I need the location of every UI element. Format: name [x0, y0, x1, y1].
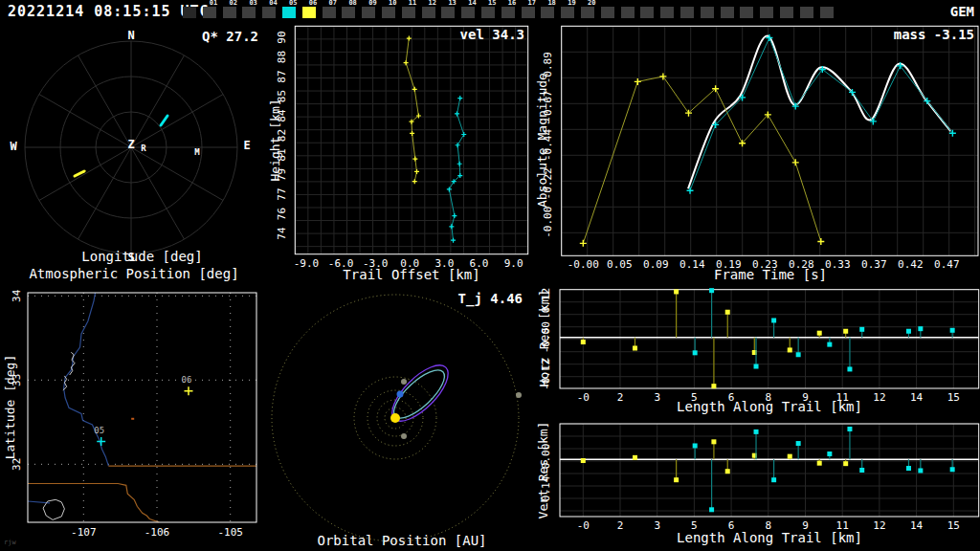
- frame-box-label: 15: [488, 0, 496, 7]
- frame-box-label: 19: [568, 0, 575, 7]
- camera-cyan-residual: [771, 477, 776, 482]
- camera-yellow-residual: [711, 384, 716, 388]
- frame-box-18[interactable]: [541, 7, 554, 18]
- frame-box-03[interactable]: [242, 7, 256, 18]
- svg-text:34: 34: [11, 289, 23, 302]
- watermark: rjw: [4, 539, 16, 546]
- camera-yellow-residual: [581, 458, 586, 463]
- camera-yellow-residual: [788, 347, 792, 352]
- frame-box-09[interactable]: [362, 7, 375, 18]
- mass-value: mass -3.15: [894, 27, 974, 42]
- svg-text:W: W: [10, 140, 17, 153]
- frame-box[interactable]: [800, 7, 813, 18]
- vert-res-panel: -023568911121415-0.00-0.14 Length Along …: [536, 417, 980, 551]
- frame-box-02[interactable]: [223, 7, 236, 18]
- frame-box-13[interactable]: [441, 7, 455, 18]
- frame-box[interactable]: [660, 7, 674, 18]
- orbital-panel: T_j 4.46 Orbital Position [AU]: [268, 283, 536, 551]
- frame-box-label: 17: [528, 0, 536, 7]
- frame-box-07[interactable]: [323, 7, 336, 18]
- frame-box-20[interactable]: [581, 7, 594, 18]
- camera-cyan-residual: [771, 318, 776, 322]
- frame-box[interactable]: [680, 7, 694, 18]
- frame-box-label: 18: [547, 0, 555, 7]
- sun: [390, 413, 400, 423]
- camera-yellow-residual: [843, 329, 848, 334]
- camera-yellow-residual: [725, 310, 730, 315]
- frame-box[interactable]: [701, 7, 714, 18]
- frame-box-label: 16: [508, 0, 516, 7]
- frame-box-12[interactable]: [422, 7, 435, 18]
- camera-yellow-residual: [674, 289, 679, 294]
- camera-cyan-lightcurve: [690, 38, 952, 191]
- frame-box[interactable]: [760, 7, 773, 18]
- frame-box-10[interactable]: [382, 7, 395, 18]
- camera-cyan-residual: [754, 430, 759, 434]
- frame-box-05[interactable]: [282, 7, 296, 18]
- camera-yellow-residual: [788, 454, 792, 459]
- trail-offset-plot: -9.0-6.0-3.00.03.06.09.09088878584828179…: [268, 23, 536, 283]
- frame-box-label: 03: [249, 0, 256, 7]
- frame-box[interactable]: [780, 7, 793, 18]
- frame-box-label: 02: [230, 0, 237, 7]
- mag-ylabel: Absolute Magnitude: [535, 35, 549, 246]
- svg-text:-106: -106: [145, 526, 170, 539]
- camera-yellow-residual: [817, 331, 822, 336]
- polar-plot: NSWEZRM: [0, 23, 268, 283]
- trail-ylabel: Height [km]: [268, 35, 282, 246]
- frame-box[interactable]: [721, 7, 734, 18]
- frame-box-14[interactable]: [461, 7, 475, 18]
- camera-cyan-residual: [859, 327, 864, 332]
- camera-cyan-residual: [827, 452, 832, 456]
- frame-box[interactable]: [740, 7, 753, 18]
- camera-cyan-residual: [709, 507, 714, 512]
- frame-box-08[interactable]: [342, 7, 355, 18]
- frame-box[interactable]: [820, 7, 834, 18]
- camera-cyan-residual: [693, 443, 698, 448]
- camera-cyan-residual: [847, 366, 852, 371]
- velocity-value: vel 34.3: [460, 27, 524, 42]
- camera-cyan-residual: [796, 441, 801, 446]
- map-features: [28, 288, 257, 522]
- frame-box-17[interactable]: [522, 7, 535, 18]
- frame-box[interactable]: [183, 7, 196, 18]
- camera-yellow-residual: [817, 461, 822, 466]
- q-value: Q* 27.2: [202, 29, 258, 44]
- svg-text:06: 06: [182, 375, 192, 385]
- frame-box[interactable]: [621, 7, 635, 18]
- mag-xlabel: Frame Time [s]: [562, 267, 979, 282]
- camera-yellow-residual: [674, 477, 679, 482]
- tisserand-value: T_j 4.46: [458, 291, 523, 306]
- frame-box-15[interactable]: [481, 7, 495, 18]
- frame-box[interactable]: [640, 7, 654, 18]
- svg-text:05: 05: [94, 426, 104, 435]
- frame-box-label: 04: [269, 0, 277, 7]
- frame-box[interactable]: [601, 7, 614, 18]
- planet-earth: [397, 391, 404, 398]
- frame-box-04[interactable]: [262, 7, 276, 18]
- vert-ylabel: Vert Res [km]: [536, 365, 550, 551]
- orbital-plot: [268, 283, 536, 551]
- camera-cyan-residual: [906, 466, 911, 471]
- camera-cyan-residual: [754, 364, 759, 369]
- frame-box-label: 10: [389, 0, 396, 7]
- frame-box-16[interactable]: [501, 7, 515, 18]
- trail-offset-panel: -9.0-6.0-3.00.03.06.09.09088878584828179…: [268, 23, 536, 283]
- meteor-streak: [161, 116, 167, 125]
- grid: [295, 26, 527, 253]
- frame-box-label: 13: [448, 0, 456, 7]
- ground-map-panel: 0506-107-106-105343332 Longitude [deg] L…: [0, 283, 268, 551]
- svg-text:M: M: [194, 147, 200, 157]
- camera-cyan-residual: [827, 342, 832, 347]
- frame-box-label: 20: [588, 0, 595, 7]
- frame-box-11[interactable]: [402, 7, 415, 18]
- camera-cyan-residual: [859, 468, 864, 473]
- grid: [560, 424, 979, 517]
- frame-box-01[interactable]: [203, 7, 216, 18]
- camera-cyan-residual: [950, 467, 955, 472]
- svg-text:R: R: [141, 143, 146, 153]
- frame-box-19[interactable]: [561, 7, 574, 18]
- frame-box-label: 14: [468, 0, 476, 7]
- camera-cyan-residual: [906, 329, 911, 334]
- frame-box-06[interactable]: [302, 7, 316, 18]
